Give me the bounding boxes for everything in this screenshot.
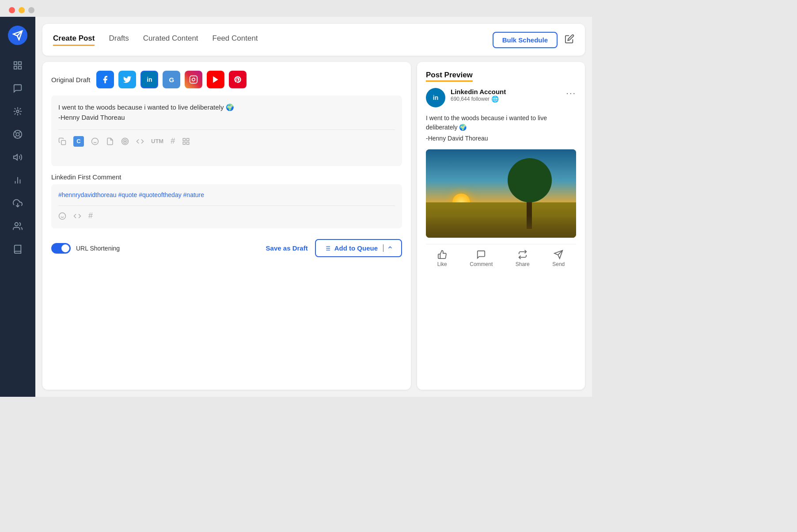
preview-title-wrapper: Post Preview bbox=[426, 71, 576, 82]
tab-create-post[interactable]: Create Post bbox=[53, 34, 95, 46]
preview-image bbox=[426, 149, 576, 238]
url-shortening-toggle[interactable] bbox=[51, 243, 71, 254]
comment-code-icon[interactable] bbox=[73, 212, 81, 220]
platform-icon-linkedin[interactable]: in bbox=[140, 71, 158, 88]
svg-rect-39 bbox=[183, 142, 185, 144]
minimize-button[interactable] bbox=[19, 7, 25, 13]
preview-action-send[interactable]: Send bbox=[552, 250, 565, 267]
svg-point-6 bbox=[16, 110, 19, 113]
close-button[interactable] bbox=[9, 7, 15, 13]
tab-curated-content[interactable]: Curated Content bbox=[143, 34, 198, 46]
svg-line-14 bbox=[20, 108, 21, 110]
platform-icon-youtube[interactable] bbox=[207, 71, 224, 88]
preview-action-share[interactable]: Share bbox=[516, 250, 530, 267]
svg-point-36 bbox=[125, 141, 126, 142]
preview-followers: 690,644 follower 🌐 bbox=[451, 95, 561, 103]
editor-card: Original Draft i bbox=[42, 62, 411, 390]
platform-icon-twitter[interactable] bbox=[118, 71, 136, 88]
app-container: Create Post Drafts Curated Content Feed … bbox=[0, 17, 592, 397]
window-chrome bbox=[0, 0, 592, 17]
preview-avatar: in bbox=[426, 88, 445, 107]
svg-rect-5 bbox=[19, 66, 21, 69]
svg-line-10 bbox=[20, 114, 21, 115]
toggle-thumb bbox=[61, 244, 69, 252]
svg-point-35 bbox=[123, 139, 127, 143]
platform-icon-pinterest[interactable] bbox=[229, 71, 247, 88]
sidebar-logo[interactable] bbox=[8, 26, 27, 45]
edit-icon[interactable] bbox=[565, 34, 574, 46]
like-label: Like bbox=[437, 261, 447, 267]
sidebar-item-library[interactable] bbox=[8, 239, 27, 259]
sidebar-item-campaigns[interactable] bbox=[8, 148, 27, 167]
tree-canopy bbox=[508, 158, 552, 202]
svg-rect-40 bbox=[187, 142, 189, 144]
preview-action-like[interactable]: Like bbox=[437, 250, 447, 267]
platform-icon-facebook[interactable] bbox=[96, 71, 114, 88]
platform-icon-instagram[interactable] bbox=[185, 71, 202, 88]
hashtag-icon[interactable]: # bbox=[171, 135, 175, 147]
svg-rect-37 bbox=[183, 138, 185, 141]
preview-text-line2: -Henny David Thoreau bbox=[426, 134, 576, 143]
target-icon[interactable] bbox=[121, 137, 129, 145]
globe-icon: 🌐 bbox=[491, 95, 499, 103]
svg-line-19 bbox=[15, 136, 16, 137]
sidebar-item-dashboard[interactable] bbox=[8, 56, 27, 75]
sidebar-item-network[interactable] bbox=[8, 102, 27, 121]
content-area: Original Draft i bbox=[42, 62, 585, 390]
preview-account-name: Linkedin Account bbox=[451, 88, 561, 95]
emoji-icon[interactable] bbox=[91, 137, 99, 145]
text-editor[interactable]: I went to the woods because i wanted to … bbox=[51, 95, 402, 166]
svg-marker-29 bbox=[213, 76, 219, 83]
url-shortening-label: URL Shortening bbox=[76, 245, 120, 252]
sidebar bbox=[0, 17, 35, 397]
sidebar-item-support[interactable] bbox=[8, 125, 27, 144]
svg-rect-30 bbox=[61, 140, 66, 144]
post-line2: -Henny David Thoreau bbox=[58, 113, 395, 123]
platform-icon-google[interactable]: G bbox=[163, 71, 180, 88]
code-icon[interactable] bbox=[136, 137, 144, 145]
svg-rect-3 bbox=[19, 62, 21, 65]
add-to-queue-button[interactable]: Add to Queue bbox=[315, 239, 402, 257]
copy-icon[interactable] bbox=[58, 137, 66, 145]
tab-drafts[interactable]: Drafts bbox=[109, 34, 129, 46]
send-label: Send bbox=[552, 261, 565, 267]
svg-line-13 bbox=[15, 114, 16, 115]
svg-point-41 bbox=[59, 213, 66, 219]
bottom-bar: URL Shortening Save as Draft bbox=[51, 236, 402, 257]
grid-icon[interactable] bbox=[182, 137, 190, 145]
preview-card: Post Preview in Linkedin Account 690,644… bbox=[417, 62, 585, 390]
preview-action-comment[interactable]: Comment bbox=[470, 250, 493, 267]
svg-marker-21 bbox=[14, 155, 17, 160]
comment-hashtags: #hennrydavidthoreau #quote #quoteoftheda… bbox=[58, 191, 395, 198]
gradient-overlay bbox=[426, 216, 576, 238]
svg-point-26 bbox=[15, 223, 18, 226]
sky-background bbox=[426, 149, 576, 202]
tab-feed-content[interactable]: Feed Content bbox=[213, 34, 258, 46]
post-line1: I went to the woods because i wanted to … bbox=[58, 103, 395, 113]
original-draft-label: Original Draft bbox=[51, 76, 90, 84]
preview-text-line1: I went to the woods because i wanted to … bbox=[426, 114, 576, 132]
main-content: Create Post Drafts Curated Content Feed … bbox=[35, 17, 592, 397]
c-spellcheck-icon[interactable]: C bbox=[73, 136, 84, 147]
sidebar-item-inbox[interactable] bbox=[8, 194, 27, 213]
comment-editor[interactable]: #hennrydavidthoreau #quote #quoteoftheda… bbox=[51, 184, 402, 228]
document-icon[interactable] bbox=[106, 137, 114, 145]
comment-toolbar: # bbox=[58, 205, 395, 220]
sidebar-item-messages[interactable] bbox=[8, 79, 27, 98]
preview-actions: Like Comment bbox=[426, 244, 576, 267]
svg-rect-4 bbox=[14, 66, 17, 69]
save-draft-button[interactable]: Save as Draft bbox=[266, 244, 308, 252]
comment-section: Linkedin First Comment #hennrydavidthore… bbox=[51, 173, 402, 228]
comment-emoji-icon[interactable] bbox=[58, 212, 66, 220]
svg-line-17 bbox=[15, 132, 16, 133]
sidebar-item-team[interactable] bbox=[8, 217, 27, 236]
bulk-schedule-button[interactable]: Bulk Schedule bbox=[493, 32, 558, 48]
queue-chevron[interactable] bbox=[383, 244, 393, 252]
maximize-button[interactable] bbox=[28, 7, 34, 13]
comment-hashtag-icon[interactable]: # bbox=[88, 211, 93, 220]
preview-more-options[interactable]: ··· bbox=[566, 88, 576, 98]
share-label: Share bbox=[516, 261, 530, 267]
utm-icon[interactable]: UTM bbox=[151, 137, 163, 146]
sidebar-item-analytics[interactable] bbox=[8, 171, 27, 190]
svg-line-18 bbox=[19, 136, 21, 137]
